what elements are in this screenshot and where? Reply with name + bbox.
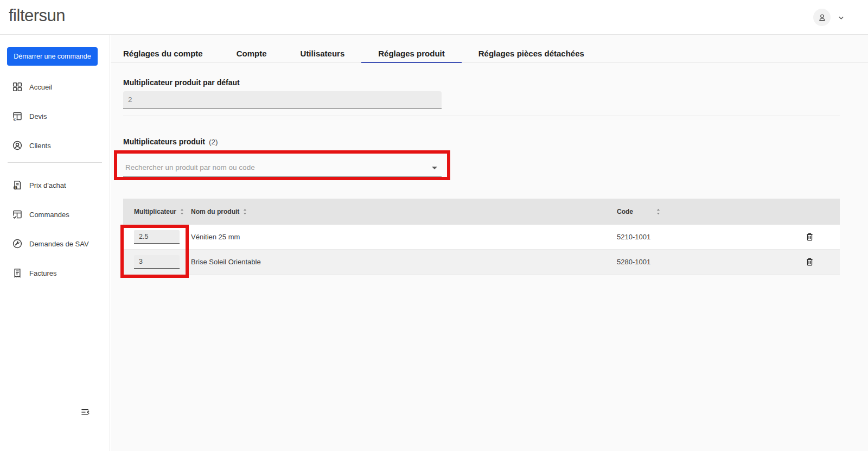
sidebar-item-label: Devis (29, 112, 47, 120)
sidebar-item-clients[interactable]: Clients (0, 131, 110, 160)
dashboard-grid-icon (12, 81, 23, 92)
table-header-row: Multiplicateur Nom du produit Code (123, 199, 840, 225)
app-header: filtersun (0, 0, 868, 35)
sidebar-item-label: Clients (29, 142, 51, 150)
main-content: Réglages du compte Compte Utilisateurs R… (111, 35, 868, 451)
trash-icon (805, 257, 815, 267)
multipliers-label-text: Multiplicateurs produit (123, 137, 205, 146)
sidebar-item-commandes[interactable]: Commandes (0, 200, 110, 229)
row-multiplier-input[interactable] (134, 230, 180, 244)
collapse-menu-icon (80, 407, 91, 417)
product-search-input[interactable] (123, 158, 424, 176)
orders-table-icon (12, 209, 23, 220)
product-code-cell: 5280-1001 (617, 258, 650, 266)
delete-row-button[interactable] (803, 256, 816, 268)
invoices-icon (12, 268, 23, 278)
person-icon (817, 12, 827, 23)
sort-icon-multiplicateur[interactable] (180, 208, 184, 215)
sidebar-item-demandes-sav[interactable]: Demandes de SAV (0, 229, 110, 258)
sidebar-divider (8, 162, 102, 163)
clients-icon (12, 140, 23, 151)
sidebar-item-accueil[interactable]: Accueil (0, 72, 110, 101)
sidebar-item-label: Accueil (29, 83, 52, 91)
default-multiplier-input[interactable] (123, 96, 442, 104)
product-search-select[interactable] (123, 158, 442, 177)
app-window: filtersun Démarrer une comman (0, 0, 868, 451)
tab-reglages-pieces-detachees[interactable]: Réglages pièces détachées (462, 45, 601, 63)
sort-icon-nom-du-produit[interactable] (242, 208, 247, 215)
sidebar-item-label: Commandes (29, 211, 69, 219)
trash-icon (805, 232, 815, 242)
product-code-cell: 5210-1001 (617, 233, 650, 241)
table-row: Brise Soleil Orientable 5280-1001 (123, 250, 840, 275)
service-request-icon (12, 238, 23, 249)
select-dropdown-arrow-icon[interactable] (432, 167, 437, 169)
tab-reglages-du-compte[interactable]: Réglages du compte (123, 45, 220, 63)
row-multiplier-input[interactable] (134, 255, 180, 269)
user-area (813, 9, 845, 26)
tab-compte[interactable]: Compte (220, 45, 284, 63)
header-multiplicateur: Multiplicateur (134, 208, 176, 215)
product-name-cell: Vénitien 25 mm (191, 233, 240, 241)
svg-text:i: i (15, 186, 15, 189)
tab-utilisateurs[interactable]: Utilisateurs (284, 45, 362, 63)
multipliers-count-badge: (2) (209, 138, 218, 146)
quotes-table-icon: € (12, 111, 23, 122)
sidebar-item-label: Factures (29, 269, 57, 277)
sort-icon-code[interactable] (656, 208, 661, 215)
table-row: Vénitien 25 mm 5210-1001 (123, 225, 840, 250)
header-nom-du-produit: Nom du produit (191, 208, 239, 215)
default-multiplier-field-wrap (123, 91, 442, 109)
sidebar-item-label: Prix d'achat (29, 181, 66, 189)
sidebar-collapse-button[interactable] (80, 407, 91, 417)
purchase-price-icon: i (12, 180, 23, 190)
sidebar: Démarrer une commande Accueil € (0, 35, 110, 451)
header-code: Code (617, 208, 633, 215)
section-divider (123, 116, 840, 116)
product-name-cell: Brise Soleil Orientable (191, 258, 261, 266)
chevron-down-icon (837, 14, 845, 22)
delete-row-button[interactable] (803, 231, 816, 243)
default-multiplier-label: Multiplicateur produit par défaut (123, 78, 840, 87)
multipliers-table: Multiplicateur Nom du produit Code (123, 199, 840, 275)
start-order-button[interactable]: Démarrer une commande (7, 47, 98, 66)
sidebar-nav: Accueil € Devis (0, 72, 110, 288)
tab-reglages-produit[interactable]: Réglages produit (361, 45, 462, 63)
user-menu-chevron-button[interactable] (837, 14, 845, 22)
sidebar-item-prix-achat[interactable]: i Prix d'achat (0, 170, 110, 200)
sidebar-item-factures[interactable]: Factures (0, 258, 110, 288)
logo[interactable]: filtersun (9, 6, 65, 26)
user-avatar-button[interactable] (813, 9, 831, 26)
sidebar-item-label: Demandes de SAV (29, 240, 89, 248)
sidebar-item-devis[interactable]: € Devis (0, 101, 110, 131)
svg-text:€: € (14, 117, 16, 122)
multipliers-section-label: Multiplicateurs produit(2) (123, 137, 840, 147)
tab-bar: Réglages du compte Compte Utilisateurs R… (111, 45, 868, 63)
